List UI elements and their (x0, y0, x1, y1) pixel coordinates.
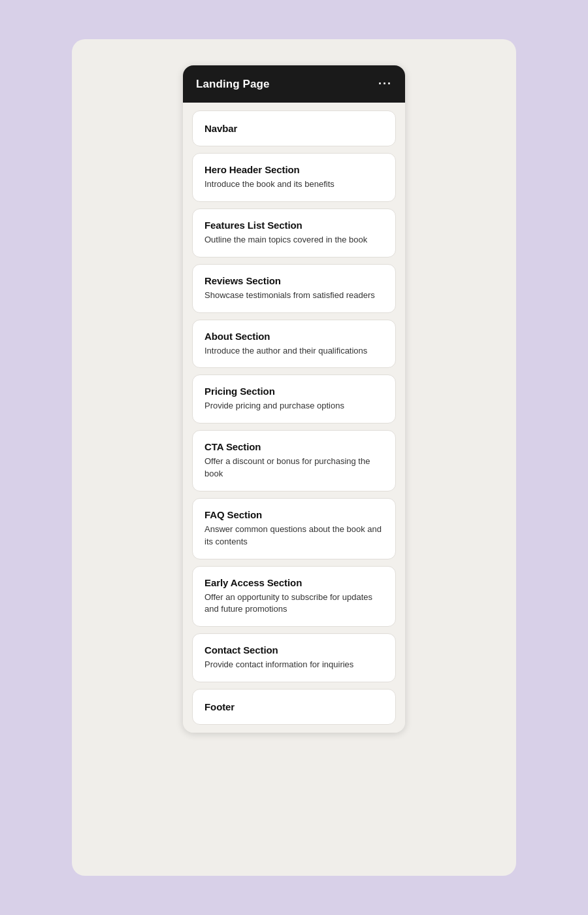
outer-card: Landing Page ··· NavbarHero Header Secti… (72, 39, 516, 876)
section-title-about: About Section (204, 331, 384, 342)
section-desc-about: Introduce the author and their qualifica… (204, 345, 384, 358)
section-title-faq: FAQ Section (204, 509, 384, 520)
section-desc-reviews: Showcase testimonials from satisfied rea… (204, 290, 384, 302)
page-title: Landing Page (196, 78, 270, 91)
section-card-navbar[interactable]: Navbar (192, 110, 396, 146)
section-desc-hero-header: Introduce the book and its benefits (204, 178, 384, 191)
section-card-faq[interactable]: FAQ SectionAnswer common questions about… (192, 498, 396, 559)
section-card-cta[interactable]: CTA SectionOffer a discount or bonus for… (192, 430, 396, 491)
section-card-about[interactable]: About SectionIntroduce the author and th… (192, 320, 396, 369)
section-title-pricing: Pricing Section (204, 386, 384, 397)
section-card-features-list[interactable]: Features List SectionOutline the main to… (192, 208, 396, 258)
section-title-hero-header: Hero Header Section (204, 164, 384, 175)
section-title-reviews: Reviews Section (204, 275, 384, 286)
section-card-footer[interactable]: Footer (192, 689, 396, 725)
section-card-hero-header[interactable]: Hero Header SectionIntroduce the book an… (192, 153, 396, 202)
section-title-cta: CTA Section (204, 441, 384, 452)
menu-dots-icon[interactable]: ··· (378, 77, 392, 91)
section-title-contact: Contact Section (204, 644, 384, 656)
section-title-footer: Footer (204, 701, 384, 712)
section-title-features-list: Features List Section (204, 220, 384, 231)
phone-frame: Landing Page ··· NavbarHero Header Secti… (183, 65, 405, 733)
section-desc-faq: Answer common questions about the book a… (204, 524, 384, 548)
section-card-contact[interactable]: Contact SectionProvide contact informati… (192, 633, 396, 682)
section-title-early-access: Early Access Section (204, 577, 384, 588)
section-card-pricing[interactable]: Pricing SectionProvide pricing and purch… (192, 374, 396, 424)
section-desc-cta: Offer a discount or bonus for purchasing… (204, 456, 384, 480)
section-desc-pricing: Provide pricing and purchase options (204, 400, 384, 412)
section-card-reviews[interactable]: Reviews SectionShowcase testimonials fro… (192, 264, 396, 313)
section-card-early-access[interactable]: Early Access SectionOffer an opportunity… (192, 566, 396, 627)
sections-list: NavbarHero Header SectionIntroduce the b… (183, 103, 405, 733)
section-desc-early-access: Offer an opportunity to subscribe for up… (204, 591, 384, 616)
section-title-navbar: Navbar (204, 123, 384, 134)
section-desc-contact: Provide contact information for inquirie… (204, 659, 384, 671)
phone-header: Landing Page ··· (183, 65, 405, 103)
section-desc-features-list: Outline the main topics covered in the b… (204, 234, 384, 246)
